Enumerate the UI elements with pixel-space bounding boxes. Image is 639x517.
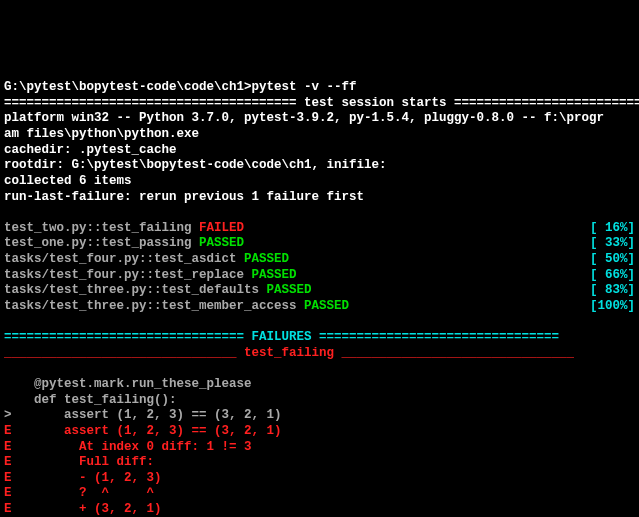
test-id: test_two.py::test_failing — [4, 221, 199, 237]
test-failing-label: test_failing — [244, 346, 334, 360]
cachedir-line: cachedir: .pytest_cache — [4, 143, 177, 157]
err-line: E At index 0 diff: 1 != 3 — [4, 440, 252, 454]
test-id: test_one.py::test_passing — [4, 236, 199, 252]
src-decorator: @pytest.mark.run_these_please — [4, 377, 252, 391]
test-result-row: test_two.py::test_failing FAILED[ 16%] — [4, 221, 635, 237]
test-pct: [ 83%] — [590, 283, 635, 299]
err-line: E assert (1, 2, 3) == (3, 2, 1) — [4, 424, 282, 438]
failures-label: FAILURES — [252, 330, 312, 344]
src-assert-line: > assert (1, 2, 3) == (3, 2, 1) — [4, 408, 282, 422]
test-pct: [ 50%] — [590, 252, 635, 268]
test-pct: [ 33%] — [590, 236, 635, 252]
test-status: PASSED — [252, 268, 297, 284]
err-line: E - (1, 2, 3) — [4, 471, 162, 485]
test-failing-header: _______________________________ test_fai… — [4, 346, 635, 362]
test-id: tasks/test_four.py::test_asdict — [4, 252, 244, 268]
rlf-line: run-last-failure: rerun previous 1 failu… — [4, 190, 364, 204]
test-result-row: test_one.py::test_passing PASSED[ 33%] — [4, 236, 635, 252]
platform-line-2: am files\python\python.exe — [4, 127, 199, 141]
test-pct: [100%] — [590, 299, 635, 315]
test-id: tasks/test_three.py::test_defaults — [4, 283, 267, 299]
test-id: tasks/test_three.py::test_member_access — [4, 299, 304, 315]
terminal-output: G:\pytest\bopytest-code\code\ch1>pytest … — [4, 65, 635, 518]
test-pct: [ 16%] — [590, 221, 635, 237]
test-status: PASSED — [199, 236, 244, 252]
test-id: tasks/test_four.py::test_replace — [4, 268, 252, 284]
test-result-row: tasks/test_three.py::test_member_access … — [4, 299, 635, 315]
test-status: PASSED — [304, 299, 349, 315]
collected-line: collected 6 items — [4, 174, 132, 188]
err-line: E Full diff: — [4, 455, 154, 469]
prompt-line: G:\pytest\bopytest-code\code\ch1>pytest … — [4, 80, 357, 94]
platform-line-1: platform win32 -- Python 3.7.0, pytest-3… — [4, 111, 604, 125]
err-line: E ? ^ ^ — [4, 486, 154, 500]
src-def: def test_failing(): — [4, 393, 177, 407]
test-status: PASSED — [267, 283, 312, 299]
test-result-row: tasks/test_four.py::test_asdict PASSED[ … — [4, 252, 635, 268]
test-status: PASSED — [244, 252, 289, 268]
failures-header: ================================ FAILURE… — [4, 330, 635, 346]
rootdir-line: rootdir: G:\pytest\bopytest-code\code\ch… — [4, 158, 387, 172]
session-start: ======================================= … — [4, 96, 639, 110]
test-result-row: tasks/test_three.py::test_defaults PASSE… — [4, 283, 635, 299]
err-line: E + (3, 2, 1) — [4, 502, 162, 516]
test-pct: [ 66%] — [590, 268, 635, 284]
test-status: FAILED — [199, 221, 244, 237]
test-result-row: tasks/test_four.py::test_replace PASSED[… — [4, 268, 635, 284]
